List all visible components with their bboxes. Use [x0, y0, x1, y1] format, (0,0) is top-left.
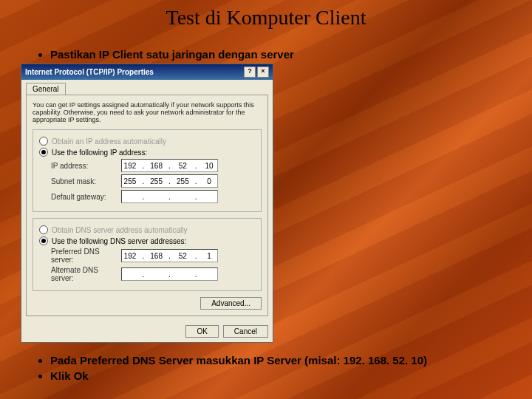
input-subnet-mask[interactable]: 255. 255. 255. 0 — [121, 174, 218, 188]
radio-ip-manual[interactable] — [39, 148, 48, 157]
help-button[interactable]: ? — [244, 66, 256, 78]
ok-button[interactable]: OK — [185, 325, 218, 338]
input-preferred-dns[interactable]: 192. 168. 52. 1 — [121, 249, 218, 262]
input-default-gateway[interactable]: . . . — [121, 190, 218, 203]
ip-o2: 168 — [150, 162, 163, 170]
dialog-title: Internet Protocol (TCP/IP) Properties — [25, 68, 154, 76]
radio-ip-auto[interactable] — [39, 137, 48, 146]
mask-o2: 255 — [150, 177, 163, 185]
tcpip-properties-dialog: Internet Protocol (TCP/IP) Properties ? … — [21, 64, 273, 343]
bullet-2: Pada Preferred DNS Server masukkan IP Se… — [50, 354, 517, 366]
radio-dns-auto-label: Obtain DNS server address automatically — [52, 226, 187, 234]
radio-dns-auto[interactable] — [39, 225, 48, 234]
radio-dns-manual-label: Use the following DNS server addresses: — [52, 237, 186, 245]
close-button[interactable]: × — [257, 66, 269, 78]
pref-o3: 52 — [176, 252, 189, 260]
input-ip-address[interactable]: 192. 168. 52. 10 — [121, 159, 218, 172]
label-default-gateway: Default gateway: — [51, 193, 121, 201]
input-alternate-dns[interactable]: . . . — [121, 267, 218, 281]
tab-general[interactable]: General — [26, 83, 66, 95]
dialog-titlebar: Internet Protocol (TCP/IP) Properties ? … — [21, 64, 273, 80]
pref-o1: 192 — [123, 252, 137, 260]
radio-ip-manual-label: Use the following IP address: — [52, 149, 147, 157]
radio-ip-auto-label: Obtain an IP address automatically — [52, 137, 166, 146]
bullet-3: Klik Ok — [50, 369, 517, 382]
ip-o4: 10 — [202, 162, 216, 170]
label-preferred-dns: Preferred DNS server: — [51, 248, 121, 264]
dialog-description: You can get IP settings assigned automat… — [33, 101, 262, 123]
slide-title: Test di Komputer Client — [0, 6, 532, 30]
mask-o1: 255 — [123, 177, 137, 185]
mask-o4: 0 — [202, 177, 216, 185]
advanced-button[interactable]: Advanced... — [200, 297, 262, 310]
label-alternate-dns: Alternate DNS server: — [51, 266, 121, 282]
pref-o4: 1 — [202, 252, 216, 260]
mask-o3: 255 — [176, 177, 189, 185]
radio-dns-manual[interactable] — [39, 236, 48, 245]
ip-o1: 192 — [123, 162, 137, 170]
top-bullets: Pastikan IP Client satu jaringan dengan … — [21, 48, 517, 64]
ip-o3: 52 — [176, 162, 189, 170]
label-subnet-mask: Subnet mask: — [51, 177, 121, 185]
bottom-bullets: Pada Preferred DNS Server masukkan IP Se… — [21, 354, 517, 385]
ip-fieldset: Obtain an IP address automatically Use t… — [33, 129, 262, 212]
dns-fieldset: Obtain DNS server address automatically … — [33, 218, 262, 291]
cancel-button[interactable]: Cancel — [223, 325, 268, 338]
label-ip-address: IP address: — [51, 162, 121, 170]
bullet-1: Pastikan IP Client satu jaringan dengan … — [50, 48, 517, 61]
pref-o2: 168 — [150, 252, 163, 260]
